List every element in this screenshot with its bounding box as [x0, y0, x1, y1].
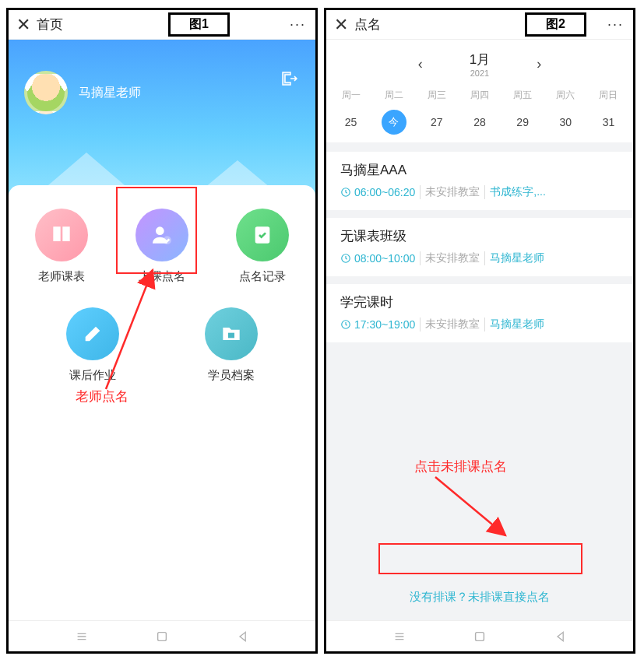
clipboard-check-icon [236, 209, 289, 261]
more-icon[interactable]: ··· [607, 16, 624, 33]
class-time: 08:00~10:00 [340, 252, 415, 265]
nav-back-icon[interactable] [553, 629, 568, 644]
year-label: 2021 [470, 68, 490, 78]
edit-icon [66, 307, 119, 360]
annotation-box-rollcall [116, 187, 197, 274]
figure-label-2: 图2 [525, 12, 586, 37]
class-link[interactable]: 马摘星老师 [484, 251, 544, 265]
weekday: 周日 [587, 89, 630, 102]
menu-sheet: 老师课表 上课点名 点名记录 课后作业 学员档案 老师点名 [9, 185, 315, 620]
username: 马摘星老师 [79, 85, 141, 101]
date-cell[interactable]: 25 [329, 110, 372, 135]
phone-figure-1: ✕ 首页 ··· 马摘星老师 老师课表 上课点名 点名记录 [6, 8, 318, 654]
weekday: 周三 [415, 89, 458, 102]
nav-recent-icon[interactable] [392, 629, 407, 644]
date-cell[interactable]: 30 [544, 110, 587, 135]
date-cell[interactable]: 29 [501, 110, 544, 135]
system-navbar [326, 620, 633, 651]
month-label: 1月 [470, 51, 490, 68]
class-time: 17:30~19:00 [340, 318, 415, 331]
weekday: 周一 [329, 89, 372, 102]
hero-banner: 马摘星老师 [9, 40, 315, 199]
weekday-row: 周一 周二 周三 周四 周五 周六 周日 [326, 84, 633, 105]
menu-teacher-schedule[interactable]: 老师课表 [15, 209, 109, 284]
nav-home-icon[interactable] [154, 629, 170, 644]
menu-rollcall-record[interactable]: 点名记录 [215, 209, 309, 284]
no-schedule-link[interactable]: 没有排课？未排课直接点名 [326, 577, 633, 617]
logout-icon[interactable] [281, 71, 300, 89]
phone-figure-2: ✕ 点名 ··· ‹ 1月 2021 › 周一 周二 周三 周四 周五 周六 周… [324, 8, 635, 654]
titlebar-right: ✕ 点名 ··· [326, 10, 633, 40]
menu-label: 点名记录 [239, 269, 286, 284]
date-cell-today[interactable]: 今 [372, 110, 415, 135]
folder-icon [205, 307, 258, 360]
class-room: 未安排教室 [420, 251, 480, 265]
page-title: 点名 [354, 16, 381, 33]
weekday: 周六 [544, 89, 587, 102]
class-item[interactable]: 无课表班级 08:00~10:00 未安排教室 马摘星老师 [326, 218, 633, 276]
annotation-box-bottomlink [378, 543, 582, 574]
nav-home-icon[interactable] [472, 629, 487, 644]
page-title: 首页 [37, 16, 63, 33]
class-title: 马摘星AAA [340, 161, 619, 179]
nav-recent-icon[interactable] [74, 629, 90, 644]
close-icon[interactable]: ✕ [334, 15, 348, 35]
menu-student-files[interactable]: 学员档案 [199, 307, 262, 383]
class-item[interactable]: 马摘星AAA 06:00~06:20 未安排教室 书成练字,... [326, 152, 633, 210]
system-navbar [9, 620, 315, 651]
figure-label-1: 图1 [168, 12, 230, 37]
annotation-text: 点击未排课点名 [414, 458, 507, 475]
month-display[interactable]: 1月 2021 [470, 51, 490, 78]
class-title: 学完课时 [340, 293, 619, 311]
weekday: 周四 [458, 89, 501, 102]
svg-rect-5 [158, 632, 167, 640]
chevron-right-icon[interactable]: › [537, 56, 541, 72]
svg-rect-3 [228, 333, 234, 339]
chevron-left-icon[interactable]: ‹ [418, 56, 423, 72]
book-icon [35, 209, 88, 261]
date-cell[interactable]: 31 [587, 110, 630, 135]
close-icon[interactable]: ✕ [16, 15, 30, 35]
menu-label: 老师课表 [38, 269, 85, 284]
class-room: 未安排教室 [420, 317, 480, 332]
class-link[interactable]: 马摘星老师 [484, 317, 544, 332]
more-icon[interactable]: ··· [290, 16, 306, 33]
svg-line-9 [435, 477, 505, 535]
class-room: 未安排教室 [420, 185, 480, 199]
svg-rect-10 [476, 632, 484, 640]
date-cell[interactable]: 27 [415, 110, 458, 135]
weekday: 周五 [501, 89, 544, 102]
class-time: 06:00~06:20 [340, 186, 415, 198]
date-cell[interactable]: 28 [458, 110, 501, 135]
nav-back-icon[interactable] [235, 629, 251, 644]
class-link[interactable]: 书成练字,... [484, 185, 546, 199]
annotation-text: 老师点名 [76, 388, 128, 405]
avatar[interactable] [24, 71, 68, 114]
menu-label: 课后作业 [69, 368, 116, 383]
class-list: 马摘星AAA 06:00~06:20 未安排教室 书成练字,... 无课表班级 … [326, 142, 633, 620]
menu-label: 学员档案 [208, 368, 255, 383]
date-row: 25 今 27 28 29 30 31 [326, 105, 633, 142]
class-item[interactable]: 学完课时 17:30~19:00 未安排教室 马摘星老师 [326, 284, 633, 342]
menu-homework[interactable]: 课后作业 [62, 307, 125, 383]
class-title: 无课表班级 [340, 227, 619, 245]
annotation-arrow [420, 473, 521, 543]
weekday: 周二 [372, 89, 415, 102]
calendar-header: ‹ 1月 2021 › [326, 40, 633, 84]
titlebar-left: ✕ 首页 ··· [9, 10, 315, 40]
